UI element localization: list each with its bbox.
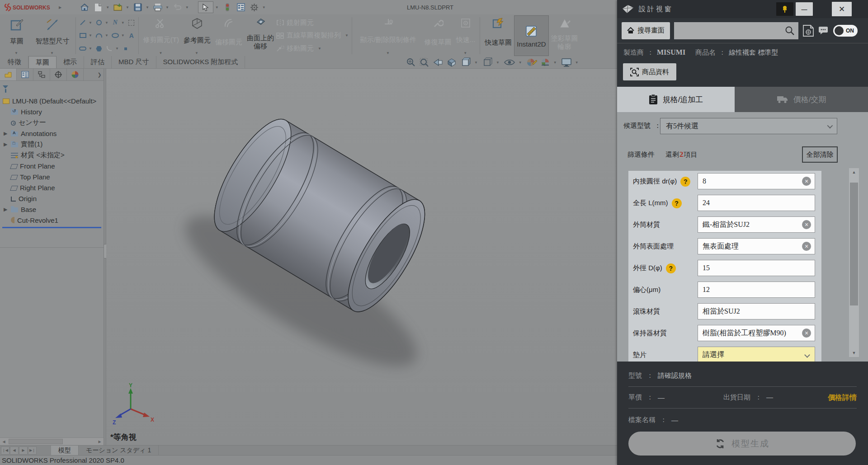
- panel-toggle[interactable]: ON: [833, 25, 858, 37]
- rapid-sketch-button[interactable]: 快速草圖: [482, 15, 514, 56]
- configuration-manager-icon[interactable]: [33, 69, 50, 80]
- sketch-text-icon[interactable]: A: [127, 31, 136, 40]
- tree-item[interactable]: ▶ Origin: [0, 193, 104, 204]
- scroll-right-icon[interactable]: ▶: [96, 438, 104, 445]
- command-tab[interactable]: 特徵: [1, 56, 28, 68]
- search-screen-button[interactable]: 搜尋畫面: [622, 22, 670, 39]
- feature-manager-icon[interactable]: [0, 69, 17, 80]
- tree-item[interactable]: ▶ Annotations: [0, 128, 104, 139]
- edit-appearance-icon[interactable]: [526, 57, 537, 67]
- select-pointer-button[interactable]: [198, 1, 213, 13]
- smart-dimension-dropdown-icon[interactable]: ▼: [50, 51, 54, 55]
- field-input[interactable]: 樹脂(相當於工程塑膠M90) ×: [698, 325, 815, 341]
- tree-item[interactable]: ▶ Right Plane: [0, 182, 104, 193]
- line-icon[interactable]: [78, 18, 87, 27]
- save-icon[interactable]: [132, 2, 144, 13]
- point-icon[interactable]: [121, 44, 130, 53]
- prev-tab-icon[interactable]: ◀: [10, 446, 19, 455]
- selection-box-icon[interactable]: [127, 18, 136, 27]
- command-tab[interactable]: 評估: [84, 56, 112, 68]
- next-tab-icon[interactable]: ▶: [19, 446, 28, 455]
- price-detail-link[interactable]: 價格詳情: [828, 393, 857, 403]
- property-manager-icon[interactable]: [17, 69, 33, 80]
- field-input[interactable]: 請選擇 ×: [698, 347, 815, 362]
- scroll-down-icon[interactable]: ▼: [849, 349, 859, 357]
- clear-field-icon[interactable]: ×: [802, 220, 811, 229]
- graphics-viewport[interactable]: Y X Z *等角視: [106, 69, 617, 445]
- search-input[interactable]: [674, 22, 798, 39]
- last-tab-icon[interactable]: ▶❘: [28, 446, 37, 455]
- generate-model-button[interactable]: 模型生成: [628, 432, 856, 456]
- display-style-icon[interactable]: [482, 57, 493, 67]
- view-settings-dropdown-icon[interactable]: ▼: [575, 61, 579, 65]
- scroll-thumb[interactable]: [9, 439, 63, 444]
- candidate-select[interactable]: 有5件候選: [660, 118, 837, 134]
- clear-field-icon[interactable]: ×: [802, 329, 811, 338]
- field-input[interactable]: 8 ×: [698, 173, 815, 189]
- options-gear-icon[interactable]: [249, 2, 260, 13]
- field-input[interactable]: 無表面處理 ×: [698, 238, 815, 254]
- save-dropdown-icon[interactable]: ▼: [146, 5, 149, 9]
- print-icon[interactable]: [152, 2, 164, 13]
- search-icon[interactable]: [785, 26, 795, 36]
- hide-show-dropdown-icon[interactable]: ▼: [519, 61, 522, 65]
- rectangle-icon[interactable]: [78, 31, 87, 40]
- circle-icon[interactable]: [94, 18, 104, 27]
- options-dropdown-icon[interactable]: ▼: [262, 5, 266, 9]
- scroll-thumb[interactable]: [850, 183, 858, 305]
- view-orientation-dropdown-icon[interactable]: ▼: [474, 61, 478, 65]
- logo-expand-icon[interactable]: ▶: [59, 5, 61, 9]
- new-dropdown-icon[interactable]: ▼: [106, 5, 109, 9]
- clear-field-icon[interactable]: ×: [802, 242, 811, 251]
- tree-pane-splitter[interactable]: [0, 247, 104, 248]
- performance-icon[interactable]: [222, 2, 233, 13]
- print-dropdown-icon[interactable]: ▼: [165, 5, 169, 9]
- 3d-model-linear-bushing[interactable]: [106, 69, 617, 445]
- open-dropdown-icon[interactable]: ▼: [126, 5, 129, 9]
- section-view-icon[interactable]: [446, 57, 457, 67]
- slot-icon[interactable]: [78, 44, 87, 53]
- pin-button[interactable]: [776, 2, 793, 16]
- previous-view-icon[interactable]: [432, 57, 443, 67]
- scroll-up-icon[interactable]: ▲: [849, 168, 859, 176]
- open-icon[interactable]: [112, 2, 124, 13]
- chat-bubble-icon[interactable]: [818, 26, 828, 35]
- tree-filter-bar[interactable]: [0, 81, 104, 93]
- tab-motion-study[interactable]: モーション スタディ 1: [79, 446, 159, 455]
- expand-arrow-icon[interactable]: ▶: [4, 207, 9, 212]
- tree-item[interactable]: ▶ 材質 <未指定>: [0, 150, 104, 160]
- tree-item[interactable]: ▶ Top Plane: [0, 171, 104, 182]
- apply-scene-icon[interactable]: [540, 57, 550, 67]
- arc-icon[interactable]: [94, 31, 104, 40]
- tree-root-item[interactable]: LMU-N8 (Default<<Default>: [0, 95, 104, 106]
- clear-all-button[interactable]: 全部清除: [802, 146, 838, 163]
- catalog-document-icon[interactable]: [802, 24, 814, 37]
- clear-field-icon[interactable]: ×: [802, 177, 811, 186]
- convert-entities-button[interactable]: 參考圖元 ▼: [181, 15, 213, 56]
- new-document-icon[interactable]: [92, 2, 104, 13]
- tab-model[interactable]: 模型: [51, 446, 79, 455]
- display-manager-icon[interactable]: [67, 69, 84, 80]
- tab-price[interactable]: 價格/交期: [735, 87, 868, 112]
- close-button[interactable]: ✕: [832, 2, 852, 16]
- manager-tabs-expand-icon[interactable]: ❯: [95, 69, 104, 80]
- tree-item[interactable]: ▶ Base: [0, 204, 104, 215]
- tree-horizontal-scrollbar[interactable]: ◀ ▶: [0, 437, 104, 445]
- tree-item[interactable]: ▶ 實體(1): [0, 139, 104, 150]
- field-input[interactable]: 12 ×: [698, 282, 815, 298]
- minimize-button[interactable]: —: [796, 2, 813, 16]
- apply-scene-dropdown-icon[interactable]: ▼: [553, 61, 557, 65]
- field-input[interactable]: 相當於SUJ2 ×: [698, 303, 815, 319]
- hide-show-icon[interactable]: [504, 58, 515, 67]
- command-tab[interactable]: MBD 尺寸: [112, 56, 156, 68]
- zoom-area-icon[interactable]: [419, 57, 429, 67]
- expand-arrow-icon[interactable]: ▶: [4, 141, 9, 147]
- select-dropdown-icon[interactable]: ▼: [215, 5, 219, 9]
- spline-icon[interactable]: N: [111, 18, 120, 27]
- command-tab[interactable]: SOLIDWORKS 附加程式: [156, 56, 245, 68]
- help-icon[interactable]: ?: [680, 177, 690, 187]
- expand-arrow-icon[interactable]: ▶: [4, 131, 9, 136]
- scroll-left-icon[interactable]: ◀: [0, 438, 8, 445]
- instant2d-button[interactable]: Instant2D: [514, 15, 548, 56]
- first-tab-icon[interactable]: ❘◀: [1, 446, 9, 455]
